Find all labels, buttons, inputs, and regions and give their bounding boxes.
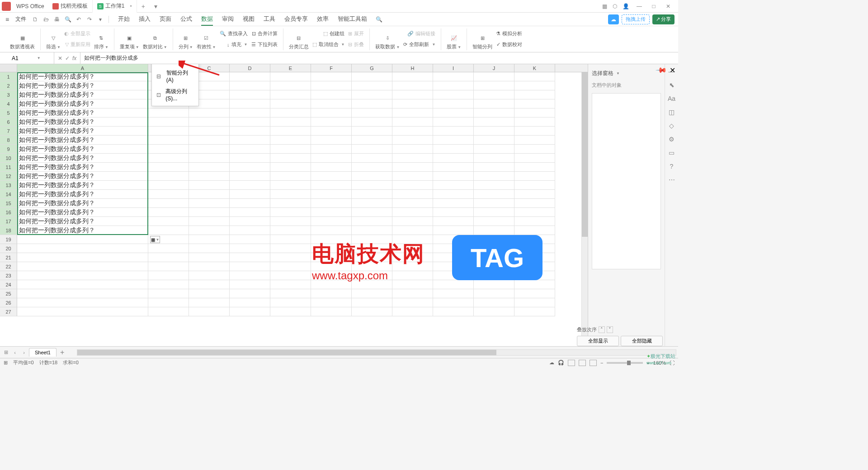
cell-K16[interactable] (514, 208, 555, 217)
open-icon[interactable]: 🗁 (42, 15, 51, 24)
cell-E1[interactable] (270, 72, 311, 81)
shape-icon[interactable]: ◇ (669, 122, 674, 129)
cell-H8[interactable] (392, 136, 433, 145)
maximize-button[interactable]: □ (649, 3, 658, 9)
cell-K8[interactable] (514, 136, 555, 145)
cell-D3[interactable] (230, 90, 270, 99)
cell-I3[interactable] (433, 90, 474, 99)
cell-E25[interactable] (270, 289, 311, 298)
row-header-1[interactable]: 1 (0, 72, 17, 81)
cell-J13[interactable] (474, 181, 514, 190)
cell-C9[interactable] (189, 145, 230, 154)
new-icon[interactable]: 🗋 (31, 15, 40, 24)
cell-F2[interactable] (311, 81, 352, 90)
cell-I4[interactable] (433, 99, 474, 108)
cell-E13[interactable] (270, 181, 311, 190)
cloud-status-icon[interactable]: ☁ (549, 360, 554, 366)
smart-split-option[interactable]: ⊟智能分列(A) (152, 67, 198, 85)
zoom-value[interactable]: 160% (653, 360, 666, 366)
row-header-8[interactable]: 8 (0, 136, 17, 145)
scroll-thumb[interactable] (77, 350, 496, 355)
cell-B16[interactable] (148, 208, 189, 217)
cell-E8[interactable] (270, 136, 311, 145)
cell-J15[interactable] (474, 199, 514, 208)
cell-B24[interactable] (148, 280, 189, 289)
cell-K12[interactable] (514, 172, 555, 181)
cell-I11[interactable] (433, 163, 474, 172)
cell-A4[interactable]: 如何把一列数据分成多列？ (17, 99, 148, 108)
cell-A7[interactable]: 如何把一列数据分成多列？ (17, 127, 148, 136)
cell-B9[interactable] (148, 145, 189, 154)
cell-E20[interactable] (270, 244, 311, 253)
menu-tab-4[interactable]: 数据 (201, 13, 213, 26)
next-sheet-button[interactable]: › (20, 350, 28, 355)
cell-I7[interactable] (433, 127, 474, 136)
cell-G27[interactable] (352, 307, 392, 316)
cell-H21[interactable] (392, 253, 433, 262)
cell-G23[interactable] (352, 271, 392, 280)
normal-view-icon[interactable] (568, 360, 575, 366)
cell-K9[interactable] (514, 145, 555, 154)
cell-B26[interactable] (148, 298, 189, 307)
cell-D22[interactable] (230, 262, 270, 271)
cell-A22[interactable] (17, 262, 148, 271)
cell-E12[interactable] (270, 172, 311, 181)
row-header-3[interactable]: 3 (0, 90, 17, 99)
cell-F10[interactable] (311, 154, 352, 163)
cell-F17[interactable] (311, 217, 352, 226)
cell-G11[interactable] (352, 163, 392, 172)
row-header-23[interactable]: 23 (0, 271, 17, 280)
cell-F23[interactable] (311, 271, 352, 280)
cell-F7[interactable] (311, 127, 352, 136)
cell-A15[interactable]: 如何把一列数据分成多列？ (17, 199, 148, 208)
cell-A26[interactable] (17, 298, 148, 307)
cell-D5[interactable] (230, 108, 270, 118)
cell-F5[interactable] (311, 108, 352, 118)
stock-button[interactable]: 📈股票▼ (445, 34, 463, 50)
row-header-20[interactable]: 20 (0, 244, 17, 253)
vertical-scrollbar[interactable] (581, 72, 588, 346)
help-icon[interactable]: ? (670, 163, 674, 170)
cell-J8[interactable] (474, 136, 514, 145)
cell-H10[interactable] (392, 154, 433, 163)
cell-E27[interactable] (270, 307, 311, 316)
share-button[interactable]: ↗分享 (652, 14, 675, 24)
cell-B5[interactable] (148, 108, 189, 118)
cell-A25[interactable] (17, 289, 148, 298)
objects-list[interactable] (592, 93, 661, 269)
cell-K27[interactable] (514, 307, 555, 316)
cell-D25[interactable] (230, 289, 270, 298)
cell-B14[interactable] (148, 190, 189, 199)
cell-C18[interactable] (189, 226, 230, 235)
cell-A20[interactable] (17, 244, 148, 253)
row-header-17[interactable]: 17 (0, 217, 17, 226)
expand-button[interactable]: ⊞展开 (346, 29, 366, 39)
name-box[interactable]: A1▼ (0, 52, 54, 64)
cell-H22[interactable] (392, 262, 433, 271)
cell-H9[interactable] (392, 145, 433, 154)
row-header-19[interactable]: 19 (0, 235, 17, 244)
cell-A1[interactable]: 如何把一列数据分成多列？ (17, 72, 148, 81)
cell-I10[interactable] (433, 154, 474, 163)
cell-I24[interactable] (433, 280, 474, 289)
cell-A6[interactable]: 如何把一列数据分成多列？ (17, 118, 148, 127)
cell-H18[interactable] (392, 226, 433, 235)
cell-G10[interactable] (352, 154, 392, 163)
cell-J4[interactable] (474, 99, 514, 108)
cell-F12[interactable] (311, 172, 352, 181)
cell-D9[interactable] (230, 145, 270, 154)
subtotal-button[interactable]: ⊟分类汇总 (287, 34, 311, 50)
cell-E5[interactable] (270, 108, 311, 118)
compare-button[interactable]: ⧉数据对比▼ (141, 34, 169, 50)
dup-button[interactable]: ▣重复项▼ (118, 34, 141, 50)
cell-E3[interactable] (270, 90, 311, 99)
cell-D24[interactable] (230, 280, 270, 289)
cell-E10[interactable] (270, 154, 311, 163)
cell-D16[interactable] (230, 208, 270, 217)
qat-dropdown-icon[interactable]: ▾ (96, 15, 105, 24)
cell-D23[interactable] (230, 271, 270, 280)
cell-K4[interactable] (514, 99, 555, 108)
fullscreen-icon[interactable]: ⛶ (670, 360, 675, 366)
cancel-icon[interactable]: ✕ (58, 55, 62, 61)
cell-H7[interactable] (392, 127, 433, 136)
